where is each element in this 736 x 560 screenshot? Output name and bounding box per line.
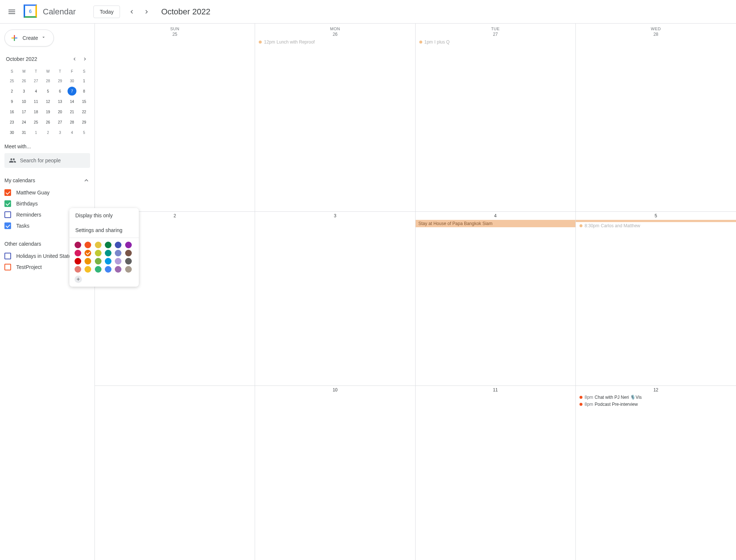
mini-day[interactable]: 5 <box>42 86 54 96</box>
mini-day[interactable]: 1 <box>30 127 42 138</box>
color-swatch[interactable] <box>105 266 111 273</box>
color-swatch[interactable] <box>95 258 102 265</box>
mini-day[interactable]: 22 <box>78 107 90 117</box>
color-swatch[interactable] <box>115 250 121 256</box>
mini-day[interactable]: 10 <box>18 96 30 107</box>
mini-day[interactable]: 3 <box>54 127 66 138</box>
mini-day[interactable]: 16 <box>6 107 18 117</box>
display-only-option[interactable]: Display this only <box>69 208 139 223</box>
mini-day[interactable]: 1 <box>78 76 90 86</box>
calendar-logo[interactable]: 6 <box>24 4 38 19</box>
mini-day[interactable]: 13 <box>54 96 66 107</box>
day-cell[interactable]: 10 <box>255 386 415 560</box>
mini-day[interactable]: 5 <box>78 127 90 138</box>
color-swatch[interactable] <box>105 250 111 256</box>
calendar-checkbox[interactable] <box>4 211 11 218</box>
mini-next-button[interactable] <box>80 54 90 64</box>
mini-day[interactable]: 17 <box>18 107 30 117</box>
mini-day[interactable]: 31 <box>18 127 30 138</box>
add-custom-color-button[interactable]: + <box>75 276 82 283</box>
mini-day[interactable]: 19 <box>42 107 54 117</box>
event[interactable]: 8:30pmCarlos and Matthew <box>577 222 735 229</box>
color-swatch[interactable] <box>75 250 81 256</box>
calendar-item[interactable]: Matthew Guay <box>4 187 90 198</box>
mini-day[interactable]: 21 <box>66 107 78 117</box>
color-swatch[interactable] <box>115 242 121 248</box>
color-swatch[interactable] <box>115 258 121 265</box>
mini-day[interactable]: 26 <box>18 76 30 86</box>
mini-day[interactable]: 26 <box>42 117 54 127</box>
mini-day[interactable]: 3 <box>18 86 30 96</box>
mini-day[interactable]: 27 <box>30 76 42 86</box>
mini-day[interactable]: 9 <box>6 96 18 107</box>
color-swatch[interactable] <box>105 242 111 248</box>
day-cell[interactable]: 4Stay at House of Papa Bangkok Siam <box>416 211 576 386</box>
event[interactable]: 8pmChat with PJ Neri 🎙️Vis <box>577 394 735 401</box>
mini-day[interactable]: 29 <box>54 76 66 86</box>
mini-day[interactable]: 8 <box>78 86 90 96</box>
calendar-checkbox[interactable] <box>4 222 11 229</box>
event[interactable]: 1pmI plus Q <box>417 39 574 45</box>
color-swatch[interactable] <box>75 242 81 248</box>
color-swatch[interactable] <box>125 258 132 265</box>
mini-day[interactable]: 4 <box>30 86 42 96</box>
mini-day[interactable]: 23 <box>6 117 18 127</box>
mini-day[interactable]: 14 <box>66 96 78 107</box>
event[interactable]: 8pmPodcast Pre-interview <box>577 401 735 408</box>
mini-day[interactable]: 25 <box>30 117 42 127</box>
color-swatch[interactable] <box>85 266 91 273</box>
color-swatch[interactable] <box>115 266 121 273</box>
color-swatch[interactable] <box>125 242 132 248</box>
mini-day[interactable]: 2 <box>42 127 54 138</box>
event[interactable]: 12pmLunch with Reproof <box>257 39 413 45</box>
create-button[interactable]: Create <box>4 30 54 46</box>
color-swatch[interactable] <box>85 258 91 265</box>
calendar-checkbox[interactable] <box>4 189 11 196</box>
color-swatch[interactable] <box>75 258 81 265</box>
prev-month-button[interactable] <box>124 4 139 19</box>
mini-day[interactable]: 29 <box>78 117 90 127</box>
calendar-item[interactable]: Birthdays <box>4 198 90 209</box>
mini-day[interactable]: 4 <box>66 127 78 138</box>
next-month-button[interactable] <box>139 4 154 19</box>
mini-day[interactable]: 15 <box>78 96 90 107</box>
color-swatch[interactable] <box>105 258 111 265</box>
day-cell[interactable]: 2612pmLunch with Reproof <box>255 37 415 211</box>
mini-day[interactable]: 18 <box>30 107 42 117</box>
settings-sharing-option[interactable]: Settings and sharing <box>69 223 139 238</box>
day-cell[interactable]: 271pmI plus Q <box>416 37 576 211</box>
day-cell[interactable]: 128pmChat with PJ Neri 🎙️Vis8pmPodcast P… <box>576 386 736 560</box>
day-cell[interactable]: 58:30pmCarlos and Matthew <box>576 211 736 386</box>
day-cell[interactable]: 11 <box>416 386 576 560</box>
day-cell[interactable] <box>95 386 255 560</box>
mini-day[interactable]: 30 <box>6 127 18 138</box>
mini-day[interactable]: 28 <box>42 76 54 86</box>
my-calendars-toggle[interactable]: My calendars <box>4 177 90 184</box>
mini-day[interactable]: 28 <box>66 117 78 127</box>
color-swatch[interactable] <box>85 250 91 256</box>
color-swatch[interactable] <box>75 266 81 273</box>
mini-day[interactable]: 24 <box>18 117 30 127</box>
mini-day[interactable]: 27 <box>54 117 66 127</box>
color-swatch[interactable] <box>95 250 102 256</box>
mini-prev-button[interactable] <box>69 54 80 64</box>
color-swatch[interactable] <box>125 250 132 256</box>
color-swatch[interactable] <box>85 242 91 248</box>
mini-day[interactable]: 20 <box>54 107 66 117</box>
color-swatch[interactable] <box>125 266 132 273</box>
calendar-checkbox[interactable] <box>4 253 11 259</box>
mini-day[interactable]: 25 <box>6 76 18 86</box>
mini-day[interactable]: 30 <box>66 76 78 86</box>
calendar-checkbox[interactable] <box>4 200 11 207</box>
calendar-checkbox[interactable] <box>4 264 11 270</box>
mini-day[interactable]: 7 <box>66 86 78 96</box>
search-people-input[interactable]: Search for people <box>4 153 90 168</box>
mini-day[interactable]: 12 <box>42 96 54 107</box>
all-day-event[interactable]: Stay at House of Papa Bangkok Siam <box>416 220 576 227</box>
today-button[interactable]: Today <box>93 6 120 18</box>
color-swatch[interactable] <box>95 242 102 248</box>
mini-day[interactable]: 2 <box>6 86 18 96</box>
day-cell[interactable]: 25 <box>95 37 255 211</box>
all-day-event[interactable] <box>576 220 736 222</box>
day-cell[interactable]: 28 <box>576 37 736 211</box>
